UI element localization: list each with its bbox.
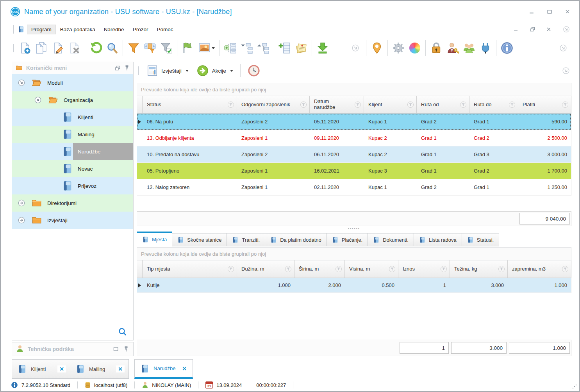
timer-button[interactable] bbox=[244, 63, 263, 78]
panel-restore-icon[interactable] bbox=[114, 65, 121, 71]
delete-record-button[interactable] bbox=[66, 39, 82, 57]
copy-record-button[interactable] bbox=[33, 39, 50, 57]
column-filter-icon[interactable] bbox=[335, 265, 342, 273]
export-download-button[interactable] bbox=[314, 39, 331, 57]
menu-program[interactable]: Program bbox=[27, 25, 56, 34]
toolbar-grip[interactable] bbox=[12, 44, 14, 52]
tab-placanje[interactable]: Plaćanje. bbox=[327, 233, 368, 246]
column-filter-icon[interactable] bbox=[285, 265, 292, 273]
col-iznos[interactable]: Iznos bbox=[398, 260, 450, 278]
notes-button[interactable] bbox=[293, 39, 309, 57]
about-button[interactable] bbox=[499, 39, 515, 57]
tree-item-klijenti[interactable]: Klijenti bbox=[12, 109, 133, 126]
column-filter-icon[interactable] bbox=[562, 101, 569, 108]
report-toolbar-grip[interactable] bbox=[137, 66, 139, 75]
color-theme-button[interactable] bbox=[407, 39, 423, 57]
column-filter-icon[interactable] bbox=[407, 101, 414, 108]
support-pin-icon[interactable] bbox=[123, 346, 129, 352]
tab-statusi[interactable]: Statusi. bbox=[462, 233, 499, 246]
maximize-button[interactable] bbox=[546, 9, 553, 15]
actions-button[interactable]: Akcije bbox=[193, 63, 236, 78]
tab-mjesta[interactable]: Mjesta bbox=[137, 232, 172, 246]
col-visina[interactable]: Visina, m bbox=[345, 260, 398, 278]
col-tip-mjesta[interactable]: Tip mjesta bbox=[143, 260, 237, 278]
menu-baza-podataka[interactable]: Baza podataka bbox=[56, 25, 100, 34]
column-filter-icon[interactable] bbox=[354, 101, 361, 108]
filter-button[interactable] bbox=[125, 39, 142, 57]
window-tab-klijenti[interactable]: Klijenti ✕ bbox=[12, 359, 70, 379]
mdi-close-button[interactable] bbox=[546, 26, 552, 32]
users-button[interactable] bbox=[461, 39, 477, 57]
col-tezina[interactable]: Težina, kg bbox=[450, 260, 508, 278]
reports-button[interactable]: Izvještaji bbox=[143, 63, 192, 78]
order-row-3[interactable]: 10. Predato na dostavuZaposleni 206.11.2… bbox=[137, 146, 571, 163]
tree-item-organizacija[interactable]: Organizacija bbox=[12, 91, 133, 109]
tree-item-direktorijumi[interactable]: Direktorijumi bbox=[12, 194, 133, 212]
menu-pomoc[interactable]: Pomoć bbox=[152, 25, 177, 34]
tab-close-icon[interactable]: ✕ bbox=[116, 365, 125, 372]
user-permissions-button[interactable] bbox=[444, 39, 461, 57]
support-maximize-icon[interactable] bbox=[113, 346, 119, 352]
column-filter-icon[interactable] bbox=[300, 101, 307, 108]
tab-skocne-stanice[interactable]: Skočne stanice bbox=[172, 233, 227, 246]
orders-group-bar[interactable]: Prevucite kolonu koja ide ovdje da biste… bbox=[137, 83, 571, 96]
close-button[interactable] bbox=[564, 9, 571, 15]
tab-tranziti[interactable]: Tranziti. bbox=[227, 233, 265, 246]
order-row-2[interactable]: 13. Odbijanje klijentaZaposleni 109.11.2… bbox=[137, 130, 571, 146]
expand-groups-button[interactable] bbox=[222, 39, 239, 57]
column-filter-icon[interactable] bbox=[509, 101, 516, 108]
support-panel-header[interactable]: Tehnička podrška bbox=[12, 342, 134, 356]
tree-item-moduli[interactable]: Moduli bbox=[12, 74, 133, 91]
report-bar-overflow-icon[interactable] bbox=[561, 66, 571, 75]
resize-grip[interactable] bbox=[572, 384, 577, 389]
col-platiti[interactable]: Platiti bbox=[518, 96, 571, 113]
flag-button[interactable] bbox=[180, 39, 196, 57]
window-tab-mailing[interactable]: Mailing ✕ bbox=[70, 359, 129, 379]
settings-button[interactable] bbox=[390, 39, 407, 57]
add-record-button[interactable] bbox=[17, 39, 33, 57]
tab-lista-radova[interactable]: Lista radova bbox=[414, 233, 462, 246]
column-filter-icon[interactable] bbox=[440, 265, 447, 273]
col-ruta-od[interactable]: Ruta od bbox=[417, 96, 469, 113]
expander-open-icon[interactable] bbox=[18, 79, 25, 87]
col-duzina[interactable]: Dužina, m bbox=[237, 260, 294, 278]
filter-custom-button[interactable] bbox=[142, 39, 158, 57]
column-filter-icon[interactable] bbox=[460, 101, 467, 108]
column-filter-icon[interactable] bbox=[562, 265, 569, 273]
minimize-button[interactable] bbox=[528, 9, 535, 15]
mdi-restore-button[interactable] bbox=[529, 26, 535, 32]
places-group-bar[interactable]: Prevucite kolonu koja ide ovdje da biste… bbox=[137, 247, 571, 260]
refresh-button[interactable] bbox=[87, 39, 104, 57]
horizontal-splitter[interactable]: •••••• bbox=[137, 226, 571, 232]
expander-open-icon[interactable] bbox=[34, 96, 42, 104]
tree-item-prijevoz[interactable]: Prijevoz bbox=[12, 177, 133, 194]
window-tab-narudzbe[interactable]: Narudžbe ✕ bbox=[134, 359, 193, 379]
order-row-5[interactable]: 12. Nalog zatvorenZaposleni 102.11.2020K… bbox=[137, 179, 571, 196]
image-view-button[interactable] bbox=[196, 39, 217, 57]
col-klijent[interactable]: Klijent bbox=[364, 96, 417, 113]
plugin-button[interactable] bbox=[477, 39, 494, 57]
filter-apply-button[interactable] bbox=[158, 39, 175, 57]
menubar-grip[interactable] bbox=[12, 25, 14, 34]
panel-pin-icon[interactable] bbox=[124, 65, 130, 71]
menubar-overflow-icon[interactable] bbox=[562, 25, 571, 34]
order-row-4[interactable]: 05. PotopljenoZaposleni 116.02.2021Kupac… bbox=[137, 163, 571, 179]
lock-button[interactable] bbox=[428, 39, 444, 57]
location-pin-button[interactable] bbox=[369, 39, 385, 57]
tree-search-icon[interactable] bbox=[118, 328, 127, 336]
tab-close-icon[interactable]: ✕ bbox=[57, 365, 66, 372]
add-subrecord-button[interactable] bbox=[277, 39, 293, 57]
edit-record-button[interactable] bbox=[50, 39, 66, 57]
toolbar-overflow-right-icon[interactable] bbox=[555, 39, 571, 57]
col-zapremina[interactable]: zapremina, m3 bbox=[508, 260, 571, 278]
tree-item-izvjestaji[interactable]: Izvještaji bbox=[12, 212, 133, 229]
place-row-1[interactable]: Kutije 1.000 2.000 0.500 1 3.000 1.000 bbox=[137, 278, 571, 293]
col-status[interactable]: Status bbox=[143, 96, 237, 113]
toolbar-overflow-left-icon[interactable] bbox=[347, 39, 364, 57]
col-sirina[interactable]: Širina, m bbox=[294, 260, 345, 278]
tree-item-mailing[interactable]: Mailing bbox=[12, 126, 133, 143]
col-odgovorni-zaposlenik[interactable]: Odgovorni zaposlenik bbox=[237, 96, 310, 113]
tree-item-novac[interactable]: Novac bbox=[12, 160, 133, 177]
expander-closed-icon[interactable] bbox=[18, 216, 25, 224]
mdi-minimize-button[interactable] bbox=[513, 26, 519, 32]
